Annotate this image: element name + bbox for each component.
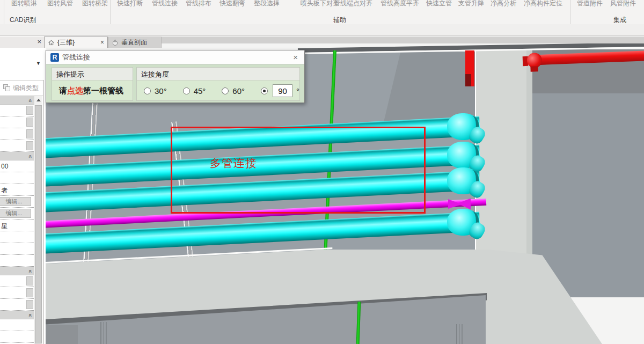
edit-button[interactable]: 编辑...: [0, 197, 31, 206]
view-tab-3d[interactable]: {三维} ×: [44, 36, 108, 48]
property-row: 编辑...: [0, 196, 34, 208]
ribbon-tool-button[interactable]: 管线端点对齐: [334, 0, 372, 8]
options-bar: [0, 25, 644, 36]
value-box[interactable]: [26, 276, 33, 286]
collapse-chevron-icon[interactable]: «: [28, 314, 34, 316]
property-row: [0, 116, 34, 128]
hint-post: 第一根管线: [83, 86, 123, 95]
lower-wall-strip: [46, 325, 78, 344]
property-section-header[interactable]: «: [0, 311, 34, 319]
radio-30-label[interactable]: 30°: [155, 86, 167, 96]
ribbon-tool-button[interactable]: 管线排布: [186, 0, 211, 8]
angle-options: 30° 45° 60° °: [137, 80, 299, 97]
ribbon-tool-button[interactable]: 风管附件: [610, 0, 636, 8]
property-row: [0, 331, 34, 343]
ribbon-tool-button[interactable]: 净高分析: [491, 0, 516, 8]
property-value-fragment: 星: [1, 222, 8, 231]
edit-button[interactable]: 编辑...: [0, 209, 31, 218]
scrollbar-thumb[interactable]: [35, 105, 42, 343]
angle-panel-header: 连接角度: [137, 68, 299, 80]
ribbon-tool-button[interactable]: 管道附件: [577, 0, 603, 8]
hint-text: 请点选第一根管线: [52, 80, 133, 96]
hanger-rods-lower: [100, 322, 107, 344]
ribbon-tool-button[interactable]: 快速立管: [426, 0, 452, 8]
type-selector[interactable]: ▼: [0, 48, 44, 80]
pipe-elbow: [447, 209, 479, 236]
ribbon-tool-button[interactable]: 图转桥架: [82, 0, 108, 8]
value-box[interactable]: [26, 129, 33, 138]
hint-pre: 请: [59, 86, 67, 95]
property-row: [0, 243, 34, 255]
radio-60[interactable]: [222, 87, 229, 94]
angle-value-input[interactable]: [273, 84, 292, 97]
ribbon-tool-button[interactable]: 管线连接: [152, 0, 178, 8]
property-row: 者: [0, 184, 34, 196]
value-box[interactable]: [26, 118, 33, 127]
hint-emphasis: 点选: [67, 86, 83, 95]
ribbon-tool-button[interactable]: 整段选择: [254, 0, 280, 8]
house-3d-icon: [48, 39, 55, 46]
ribbon-tool-button[interactable]: 净高构件定位: [524, 0, 562, 8]
property-row: [0, 140, 34, 152]
property-row: 00: [0, 160, 34, 172]
sidebar-scrollbar[interactable]: [34, 96, 42, 344]
dialog-title-bar[interactable]: R 管线连接 ×: [46, 50, 304, 64]
property-row: 编辑...: [0, 208, 34, 219]
dialog-close-icon[interactable]: ×: [291, 53, 300, 62]
red-pipe-riser: [465, 50, 474, 86]
scroll-up-icon[interactable]: [35, 97, 41, 103]
view-tab-3d-label: {三维}: [57, 38, 98, 47]
degree-suffix: °: [296, 86, 299, 96]
hint-panel: 操作提示 请点选第一根管线: [52, 67, 133, 101]
value-box[interactable]: [26, 141, 33, 150]
ribbon-group-aux: 辅助: [333, 16, 346, 25]
radio-90[interactable]: [261, 87, 268, 94]
radio-60-label[interactable]: 60°: [232, 86, 245, 96]
property-row: [0, 319, 34, 331]
property-row: [0, 105, 34, 116]
section-marker-icon: [112, 39, 119, 46]
value-box[interactable]: [26, 106, 33, 115]
view-tab-close-icon[interactable]: ×: [100, 39, 104, 46]
palette-close-icon[interactable]: ×: [37, 38, 41, 46]
ribbon-tool-button[interactable]: 快速打断: [117, 0, 143, 8]
property-row: [0, 128, 34, 140]
pipe-connect-dialog: R 管线连接 × 操作提示 请点选第一根管线 连接角度 30° 45° 60° …: [46, 50, 305, 103]
ribbon-tool-button[interactable]: 支管升降: [458, 0, 484, 8]
edit-type-button[interactable]: 编辑类型: [0, 81, 44, 96]
revit-logo-icon: R: [50, 53, 59, 62]
collapse-chevron-icon[interactable]: «: [28, 270, 34, 272]
ribbon-tool-button[interactable]: 快速翻弯: [219, 0, 245, 8]
property-row: [0, 172, 34, 184]
ribbon-tool-button[interactable]: 管线高度平齐: [380, 0, 419, 8]
value-box[interactable]: [26, 288, 33, 297]
radio-30[interactable]: [144, 87, 151, 94]
property-section-header[interactable]: «: [0, 267, 34, 275]
edit-type-label: 编辑类型: [13, 84, 39, 93]
property-section-header[interactable]: «: [0, 96, 34, 105]
property-value-fragment: 者: [1, 186, 8, 195]
property-grid: ««00者编辑...编辑...星««: [0, 96, 34, 344]
collapse-chevron-icon[interactable]: «: [28, 99, 34, 101]
dropdown-arrow-icon[interactable]: ▼: [36, 61, 41, 66]
ribbon-tool-button[interactable]: 图转风管: [47, 0, 73, 8]
angle-panel: 连接角度 30° 45° 60° °: [136, 67, 300, 101]
annotation-label: 多管连接: [210, 156, 257, 171]
property-row: [0, 299, 34, 311]
property-value-fragment: 00: [1, 163, 8, 170]
ribbon-tool-button[interactable]: 图转喷淋: [11, 0, 37, 8]
value-box[interactable]: [26, 300, 33, 309]
view-tab-section-label: 垂直剖面: [121, 38, 147, 47]
view-tab-section[interactable]: 垂直剖面: [108, 36, 162, 48]
radio-45[interactable]: [183, 87, 190, 94]
ribbon-group-cad: CAD识别: [10, 16, 36, 25]
pipe-elbow: [447, 142, 479, 169]
radio-45-label[interactable]: 45°: [194, 86, 206, 96]
pipe-elbow: [447, 113, 479, 140]
collapse-chevron-icon[interactable]: «: [28, 155, 34, 157]
property-row: [0, 287, 34, 299]
property-section-header[interactable]: «: [0, 152, 34, 160]
ribbon-toolbar: 图转喷淋图转风管图转桥架快速打断管线连接管线排布快速翻弯整段选择喷头板下对齐管线…: [0, 0, 644, 25]
ribbon-divider: [570, 0, 571, 24]
dialog-title: 管线连接: [62, 53, 288, 62]
